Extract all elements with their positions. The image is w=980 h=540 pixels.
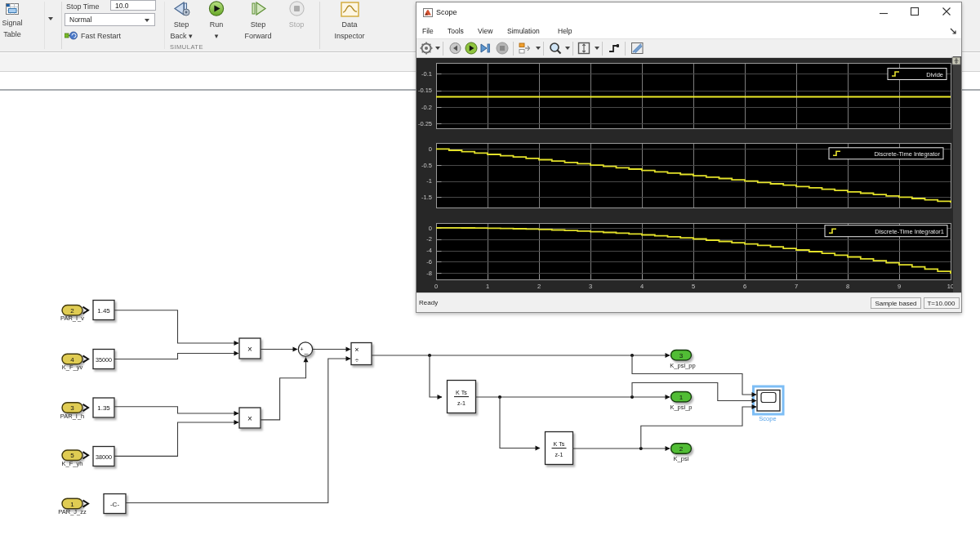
svg-text:4: 4 — [640, 283, 644, 290]
svg-text:K Ts: K Ts — [456, 389, 467, 396]
svg-text:-0.25: -0.25 — [418, 120, 432, 127]
svg-text:–: – — [304, 350, 308, 358]
svg-text:-8: -8 — [426, 270, 432, 277]
svg-text:9: 9 — [898, 283, 901, 290]
svg-text:6: 6 — [743, 283, 746, 290]
svg-text:0: 0 — [429, 145, 432, 153]
svg-text:1.35: 1.35 — [97, 404, 110, 412]
svg-text:-1.5: -1.5 — [421, 194, 432, 201]
svg-text:-2: -2 — [426, 235, 432, 243]
svg-text:z-1: z-1 — [457, 399, 466, 407]
svg-text:1: 1 — [70, 501, 74, 508]
svg-text:1.45: 1.45 — [97, 307, 110, 315]
svg-text:×: × — [354, 346, 359, 354]
svg-text:-0.1: -0.1 — [421, 70, 432, 78]
svg-text:K_psi_pp: K_psi_pp — [670, 362, 695, 369]
svg-text:Discrete-Time Integrator: Discrete-Time Integrator — [874, 150, 940, 158]
svg-text:0: 0 — [429, 225, 432, 232]
svg-text:8: 8 — [846, 283, 849, 290]
svg-text:3: 3 — [679, 352, 684, 359]
svg-text:1: 1 — [679, 394, 684, 401]
svg-text:1: 1 — [486, 283, 489, 290]
svg-text:4: 4 — [70, 356, 74, 364]
svg-text:-0.2: -0.2 — [421, 104, 432, 111]
svg-text:PAR_J_zz: PAR_J_zz — [58, 508, 87, 515]
svg-text:-6: -6 — [426, 258, 432, 266]
svg-text:-4: -4 — [426, 247, 432, 254]
svg-text:-1: -1 — [426, 177, 432, 185]
svg-text:PAR_I_v: PAR_I_v — [60, 315, 84, 322]
svg-text:3: 3 — [70, 404, 74, 412]
svg-text:35000: 35000 — [96, 356, 112, 364]
svg-text:K_psi: K_psi — [674, 455, 689, 462]
svg-text:×: × — [247, 414, 252, 423]
svg-text:K_F_yv: K_F_yv — [62, 364, 83, 371]
svg-text:5: 5 — [70, 452, 74, 459]
svg-text:K Ts: K Ts — [554, 440, 565, 448]
svg-text:-0.15: -0.15 — [418, 87, 432, 94]
svg-text:-C-: -C- — [110, 501, 119, 508]
svg-text:K_F_yh: K_F_yh — [62, 460, 83, 467]
svg-text:z-1: z-1 — [555, 451, 564, 458]
svg-text:×: × — [247, 345, 252, 354]
svg-text:7: 7 — [795, 283, 798, 290]
svg-text:3: 3 — [589, 283, 592, 290]
svg-text:PAR_I_h: PAR_I_h — [60, 413, 84, 420]
svg-text:2: 2 — [679, 445, 684, 453]
svg-text:Scope: Scope — [759, 415, 776, 422]
svg-text:5: 5 — [692, 283, 695, 290]
svg-text:-0.5: -0.5 — [421, 162, 432, 169]
svg-text:Discrete-Time Integrator1: Discrete-Time Integrator1 — [875, 228, 944, 235]
svg-text:2: 2 — [537, 283, 541, 290]
svg-text:38000: 38000 — [96, 453, 112, 461]
svg-text:Divide: Divide — [926, 71, 943, 78]
svg-text:÷: ÷ — [355, 356, 359, 364]
svg-text:K_psi_p: K_psi_p — [670, 404, 692, 411]
svg-text:0: 0 — [434, 283, 438, 290]
svg-text:+: + — [300, 346, 303, 352]
svg-text:10: 10 — [947, 283, 954, 290]
svg-text:2: 2 — [70, 307, 74, 315]
